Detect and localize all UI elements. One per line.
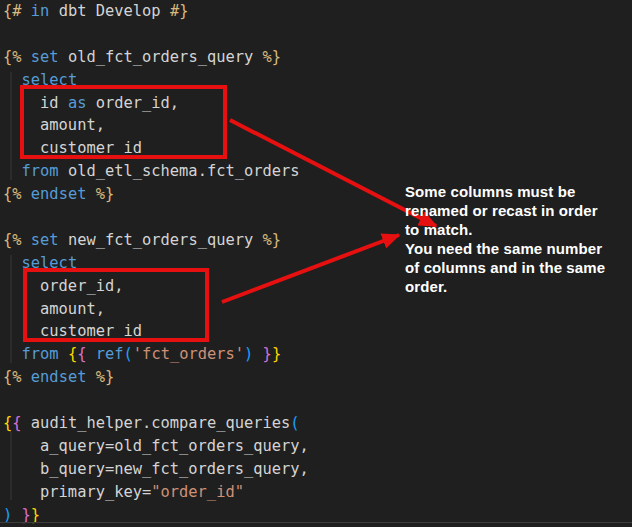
code-line: [3, 389, 309, 412]
code-token: [86, 185, 95, 203]
code-token-k: select: [22, 254, 78, 272]
code-token: [22, 414, 31, 432]
note-line: renamed or recast in order: [405, 201, 632, 220]
note-line: to match.: [405, 220, 632, 239]
code-line: order_id,: [3, 275, 309, 298]
code-token: [22, 48, 31, 66]
note-line: Some columns must be: [405, 182, 632, 201]
code-token: [86, 345, 95, 363]
code-token: new_fct_orders_query: [68, 231, 253, 249]
code-token-k: select: [22, 71, 78, 89]
code-token: dbt Develop: [59, 2, 161, 20]
code-token-s: "order_id": [151, 483, 244, 501]
code-token: [3, 71, 22, 89]
code-token-j: {%: [3, 185, 22, 203]
code-token-k: as: [68, 94, 87, 112]
editor-bottom-divider: [0, 522, 632, 523]
code-token: amount,: [3, 116, 105, 134]
code-token: audit_helper.compare_queries: [31, 414, 290, 432]
code-token-b2: {: [12, 414, 21, 432]
code-editor[interactable]: {# in dbt Develop #} {% set old_fct_orde…: [3, 0, 309, 526]
code-token: [49, 2, 58, 20]
code-token-j: %}: [263, 231, 282, 249]
code-line: select: [3, 252, 309, 275]
note-line: of columns and in the same: [405, 258, 632, 277]
code-token: [22, 368, 31, 386]
code-token-j: %}: [96, 185, 115, 203]
code-token-b2: }: [22, 506, 31, 524]
code-token-k: from: [22, 162, 59, 180]
code-token-k: in: [31, 2, 50, 20]
code-line: {% endset %}: [3, 366, 309, 389]
code-line: {% set old_fct_orders_query %}: [3, 46, 309, 69]
code-token: [22, 185, 31, 203]
code-token-j: %}: [96, 368, 115, 386]
code-token-b3: ): [244, 345, 253, 363]
code-line: {% set new_fct_orders_query %}: [3, 229, 309, 252]
code-line: b_query=new_fct_orders_query,: [3, 458, 309, 481]
code-token: [253, 345, 262, 363]
code-token: old_fct_orders_query: [68, 48, 253, 66]
code-line: primary_key="order_id": [3, 481, 309, 504]
code-token: customer_id: [3, 139, 142, 157]
code-token-k: set: [31, 48, 59, 66]
code-token-b1: }: [272, 345, 281, 363]
code-token: customer_id: [3, 322, 142, 340]
code-line: ) }}: [3, 504, 309, 527]
code-token: [86, 368, 95, 386]
code-token-b3: (: [124, 345, 133, 363]
code-token-b3: (: [290, 414, 299, 432]
code-line: customer_id: [3, 320, 309, 343]
code-token-j: {%: [3, 48, 22, 66]
code-line: customer_id: [3, 137, 309, 160]
code-line: amount,: [3, 114, 309, 137]
code-token-j: %}: [263, 48, 282, 66]
code-token: [3, 254, 22, 272]
code-token: order_id,: [96, 94, 179, 112]
code-token: primary_key=: [3, 483, 151, 501]
code-token: [3, 94, 40, 112]
code-line: a_query=old_fct_orders_query,: [3, 435, 309, 458]
code-token: [22, 231, 31, 249]
code-token: a_query=old_fct_orders_query,: [3, 437, 309, 455]
annotation-note: Some columns must berenamed or recast in…: [405, 182, 632, 296]
code-token: [12, 506, 21, 524]
code-token-s: 'fct_orders': [133, 345, 244, 363]
code-line: select: [3, 69, 309, 92]
code-token: [3, 345, 22, 363]
code-line: {# in dbt Develop #}: [3, 0, 309, 23]
code-token-j: #}: [170, 2, 189, 20]
code-line: {% endset %}: [3, 183, 309, 206]
code-token: [253, 48, 262, 66]
code-token: [253, 231, 262, 249]
code-token-b1: {: [3, 414, 12, 432]
code-token-k: endset: [31, 185, 87, 203]
code-token: [3, 162, 22, 180]
code-token-b2: }: [263, 345, 272, 363]
code-line: [3, 23, 309, 46]
code-token-k: set: [31, 231, 59, 249]
code-line: from old_etl_schema.fct_orders: [3, 160, 309, 183]
code-token: amount,: [3, 300, 105, 318]
code-line: {{ audit_helper.compare_queries(: [3, 412, 309, 435]
code-token-j: {#: [3, 2, 22, 20]
code-token: [59, 345, 68, 363]
code-token: [59, 94, 68, 112]
code-token-k: ref: [96, 345, 124, 363]
code-token: [161, 2, 170, 20]
code-token-k: endset: [31, 368, 87, 386]
code-token-j: {%: [3, 368, 22, 386]
code-line: id as order_id,: [3, 92, 309, 115]
code-token: [86, 94, 95, 112]
code-token: b_query=new_fct_orders_query,: [3, 460, 309, 478]
code-token-k: from: [22, 345, 59, 363]
code-line: amount,: [3, 298, 309, 321]
code-token: id: [40, 94, 59, 112]
code-line: [3, 206, 309, 229]
note-line: You need the same number: [405, 239, 632, 258]
code-line: from {{ ref('fct_orders') }}: [3, 343, 309, 366]
code-token: [59, 48, 68, 66]
code-token: order_id,: [3, 277, 123, 295]
code-token-j: {%: [3, 231, 22, 249]
code-token: [59, 231, 68, 249]
